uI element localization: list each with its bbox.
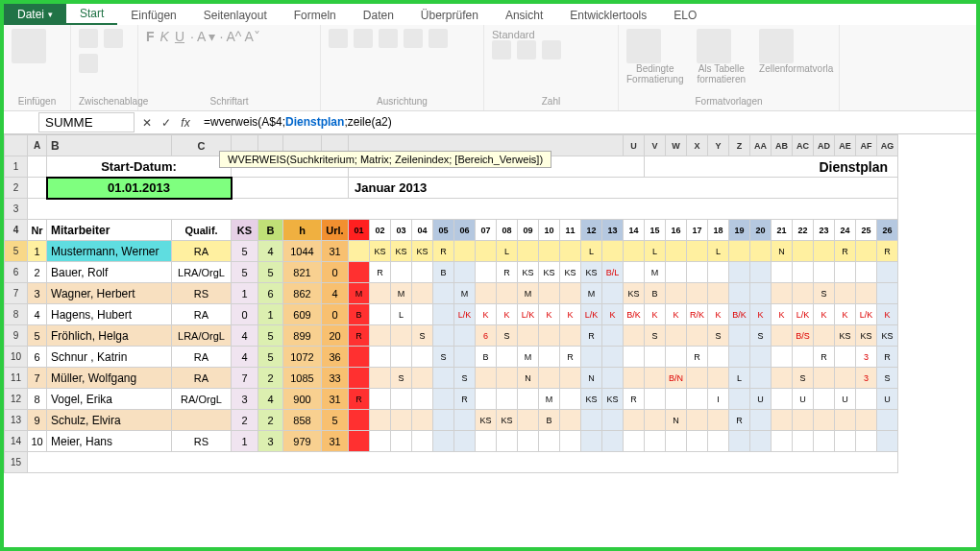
day-header[interactable]: 01: [349, 220, 370, 241]
cell[interactable]: 0: [232, 304, 258, 325]
schedule-cell[interactable]: [476, 431, 497, 452]
schedule-cell[interactable]: [476, 262, 497, 283]
cell[interactable]: 979: [283, 431, 322, 452]
day-header[interactable]: 16: [666, 220, 687, 241]
cell[interactable]: 4: [322, 283, 349, 304]
row-header[interactable]: 11: [5, 368, 28, 389]
schedule-cell[interactable]: K: [708, 304, 729, 325]
schedule-cell[interactable]: R: [349, 325, 370, 347]
schedule-cell[interactable]: B/K: [729, 304, 750, 325]
schedule-cell[interactable]: S: [793, 368, 814, 389]
cell[interactable]: 3: [232, 389, 258, 410]
schedule-cell[interactable]: [708, 283, 729, 304]
cell[interactable]: 3: [258, 431, 283, 452]
cell[interactable]: 5: [322, 410, 349, 431]
schedule-cell[interactable]: [518, 389, 539, 410]
schedule-cell[interactable]: 6: [476, 325, 497, 347]
cell[interactable]: RA/OrgL: [172, 389, 232, 410]
cell[interactable]: LRA/OrgL: [172, 325, 232, 347]
schedule-cell[interactable]: [518, 325, 539, 347]
schedule-cell[interactable]: [687, 262, 708, 283]
schedule-cell[interactable]: [793, 262, 814, 283]
format-as-table-icon[interactable]: [697, 29, 731, 63]
row-header[interactable]: 8: [5, 304, 28, 325]
schedule-cell[interactable]: [433, 368, 454, 389]
schedule-cell[interactable]: [433, 389, 454, 410]
employee-name-cell[interactable]: Vogel, Erika: [47, 389, 172, 410]
schedule-cell[interactable]: [624, 347, 645, 368]
col-ks[interactable]: KS: [232, 220, 258, 241]
schedule-cell[interactable]: [370, 347, 391, 368]
col-header[interactable]: B: [47, 135, 172, 156]
schedule-cell[interactable]: R: [877, 241, 898, 262]
schedule-cell[interactable]: [793, 431, 814, 452]
cell[interactable]: 31: [322, 389, 349, 410]
schedule-cell[interactable]: [729, 241, 750, 262]
schedule-cell[interactable]: [729, 262, 750, 283]
schedule-cell[interactable]: [645, 368, 666, 389]
tab-elo[interactable]: ELO: [660, 6, 710, 25]
schedule-cell[interactable]: KS: [581, 262, 602, 283]
schedule-cell[interactable]: [750, 241, 772, 262]
schedule-cell[interactable]: [772, 347, 793, 368]
schedule-cell[interactable]: N: [772, 241, 793, 262]
cell[interactable]: 5: [28, 325, 47, 347]
schedule-cell[interactable]: [835, 283, 856, 304]
cell[interactable]: LRA/OrgL: [172, 262, 232, 283]
day-header[interactable]: 09: [518, 220, 539, 241]
cell[interactable]: 31: [322, 241, 349, 262]
align-center-icon[interactable]: [354, 29, 373, 48]
row-header[interactable]: 7: [5, 283, 28, 304]
schedule-cell[interactable]: [454, 347, 476, 368]
cell[interactable]: RA: [172, 347, 232, 368]
schedule-cell[interactable]: [624, 368, 645, 389]
schedule-cell[interactable]: L: [497, 241, 518, 262]
schedule-cell[interactable]: R: [814, 347, 835, 368]
schedule-cell[interactable]: [476, 368, 497, 389]
row-header[interactable]: 6: [5, 262, 28, 283]
schedule-cell[interactable]: [772, 262, 793, 283]
cell[interactable]: 6: [28, 347, 47, 368]
schedule-cell[interactable]: [877, 431, 898, 452]
schedule-cell[interactable]: [750, 347, 772, 368]
schedule-cell[interactable]: B: [433, 262, 454, 283]
employee-name-cell[interactable]: Schnur , Katrin: [47, 347, 172, 368]
schedule-cell[interactable]: [560, 410, 581, 431]
schedule-cell[interactable]: K: [835, 304, 856, 325]
schedule-cell[interactable]: [497, 431, 518, 452]
schedule-cell[interactable]: R: [835, 241, 856, 262]
schedule-cell[interactable]: [708, 431, 729, 452]
cell[interactable]: 8: [28, 389, 47, 410]
schedule-cell[interactable]: [518, 241, 539, 262]
schedule-cell[interactable]: [602, 410, 624, 431]
schedule-cell[interactable]: L: [581, 241, 602, 262]
cell[interactable]: 3: [28, 283, 47, 304]
cell[interactable]: RS: [172, 283, 232, 304]
schedule-cell[interactable]: I: [708, 389, 729, 410]
cell[interactable]: 1: [258, 304, 283, 325]
schedule-cell[interactable]: [539, 347, 560, 368]
schedule-cell[interactable]: [708, 410, 729, 431]
employee-name-cell[interactable]: Meier, Hans: [47, 431, 172, 452]
name-box[interactable]: [38, 112, 135, 132]
col-header[interactable]: Z: [729, 135, 750, 156]
schedule-cell[interactable]: [750, 410, 772, 431]
schedule-cell[interactable]: R: [370, 262, 391, 283]
schedule-cell[interactable]: [835, 410, 856, 431]
schedule-cell[interactable]: [560, 241, 581, 262]
schedule-cell[interactable]: KS: [539, 262, 560, 283]
day-header[interactable]: 05: [433, 220, 454, 241]
schedule-cell[interactable]: 3: [856, 347, 877, 368]
cell[interactable]: 33: [322, 368, 349, 389]
schedule-cell[interactable]: [391, 262, 412, 283]
tab-file[interactable]: Datei: [4, 4, 66, 25]
day-header[interactable]: 07: [476, 220, 497, 241]
schedule-cell[interactable]: [412, 410, 433, 431]
schedule-cell[interactable]: [581, 410, 602, 431]
schedule-cell[interactable]: [666, 347, 687, 368]
schedule-cell[interactable]: [539, 283, 560, 304]
cell[interactable]: 1: [232, 283, 258, 304]
align-left-icon[interactable]: [329, 29, 348, 48]
schedule-cell[interactable]: [666, 283, 687, 304]
schedule-cell[interactable]: K: [877, 304, 898, 325]
